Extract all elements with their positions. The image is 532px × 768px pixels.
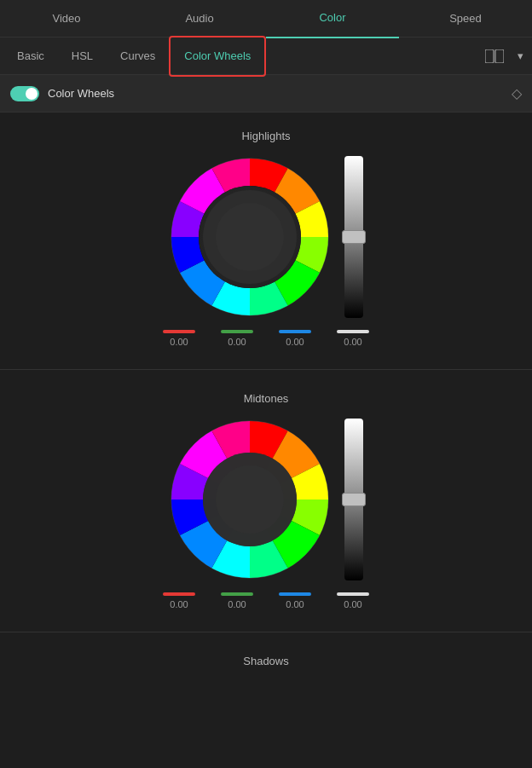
color-wheels-toggle[interactable] (10, 86, 39, 101)
midtones-white-channel: 0.00 (337, 592, 369, 609)
midtones-red-channel: 0.00 (163, 592, 195, 609)
highlights-green-value: 0.00 (228, 337, 246, 347)
midtones-slider-thumb[interactable] (342, 493, 366, 506)
svg-rect-0 (485, 49, 494, 63)
tab-color[interactable]: Color (266, 0, 399, 38)
midtones-brightness-slider[interactable] (344, 419, 363, 580)
sub-tab-bar: Basic HSL Curves Color Wheels ▾ (0, 38, 532, 75)
midtones-section: Midtones (0, 375, 532, 627)
highlights-green-line (221, 330, 253, 333)
highlights-white-line (337, 330, 369, 333)
midtones-white-value: 0.00 (344, 599, 361, 609)
highlights-section: Highlights (0, 113, 532, 364)
main-content: Highlights (0, 113, 532, 768)
section-title: Color Wheels (48, 87, 512, 100)
midtones-green-value: 0.00 (228, 599, 246, 609)
tab-audio[interactable]: Audio (133, 0, 266, 38)
midtones-color-wheel[interactable] (169, 419, 331, 580)
midtones-white-line (337, 592, 369, 596)
tab-video[interactable]: Video (0, 0, 133, 38)
divider-2 (0, 632, 532, 632)
chevron-down-icon[interactable]: ▾ (512, 48, 529, 65)
highlights-green-channel: 0.00 (221, 330, 253, 347)
highlights-blue-line (279, 330, 311, 333)
highlights-wheel-container[interactable] (169, 156, 331, 318)
highlights-color-wheel[interactable] (169, 156, 331, 318)
midtones-wheel-container[interactable] (169, 419, 331, 580)
shadows-label: Shadows (17, 655, 515, 667)
midtones-channels: 0.00 0.00 0.00 0.00 (17, 592, 515, 618)
midtones-blue-channel: 0.00 (279, 592, 311, 609)
highlights-wheel-row (17, 156, 515, 318)
split-view-icon[interactable] (484, 48, 505, 65)
tab-speed[interactable]: Speed (399, 0, 532, 38)
midtones-red-line (163, 592, 195, 596)
svg-rect-1 (495, 49, 504, 63)
tab-curves[interactable]: Curves (107, 38, 169, 75)
midtones-blue-value: 0.00 (286, 599, 304, 609)
diamond-icon[interactable]: ◇ (512, 85, 522, 101)
highlights-red-channel: 0.00 (163, 330, 195, 347)
highlights-brightness-slider[interactable] (344, 156, 363, 318)
top-tab-bar: Video Audio Color Speed (0, 0, 532, 38)
highlights-slider-thumb[interactable] (342, 230, 366, 244)
midtones-label: Midtones (17, 392, 515, 405)
section-header: Color Wheels ◇ (0, 75, 532, 113)
highlights-label: Highlights (17, 130, 515, 142)
midtones-red-value: 0.00 (170, 599, 188, 609)
sub-tab-actions: ▾ (484, 48, 529, 65)
highlights-channels: 0.00 0.00 0.00 0.00 (17, 330, 515, 355)
svg-point-8 (216, 203, 284, 271)
divider-1 (0, 369, 532, 370)
highlights-red-value: 0.00 (170, 337, 188, 347)
midtones-blue-line (279, 592, 311, 596)
tab-hsl[interactable]: HSL (58, 38, 107, 75)
tab-color-wheels[interactable]: Color Wheels (169, 36, 266, 77)
highlights-white-value: 0.00 (344, 337, 361, 347)
midtones-wheel-row (17, 419, 515, 580)
midtones-green-line (221, 592, 253, 596)
highlights-blue-value: 0.00 (286, 337, 304, 347)
midtones-green-channel: 0.00 (221, 592, 253, 609)
shadows-section: Shadows (0, 638, 532, 690)
highlights-blue-channel: 0.00 (279, 330, 311, 347)
highlights-red-line (163, 330, 195, 333)
highlights-white-channel: 0.00 (337, 330, 369, 347)
svg-point-13 (216, 465, 284, 534)
tab-basic[interactable]: Basic (3, 38, 58, 75)
